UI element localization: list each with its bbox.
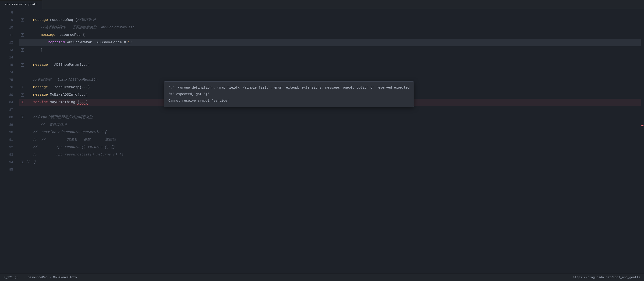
code-line-74 bbox=[19, 69, 644, 76]
fold-icon-15[interactable]: + bbox=[21, 63, 24, 67]
tab-label: ads_resource.proto bbox=[5, 3, 37, 6]
code-line-14 bbox=[19, 54, 644, 61]
breadcrumb-item-1: resourceReq bbox=[28, 276, 48, 279]
editor-container: ads_resource.proto 8 9 10 11 12 13 14 15… bbox=[0, 0, 644, 281]
gutter-9[interactable]: ▼ bbox=[19, 19, 26, 22]
kw-name-80: MoBikeADSInfo{...} bbox=[48, 91, 88, 99]
scroll-indicator[interactable] bbox=[641, 9, 644, 273]
active-tab[interactable]: ads_resource.proto bbox=[0, 0, 42, 9]
line-num-80: 80 bbox=[2, 91, 13, 99]
kw-semi-12: ; bbox=[130, 39, 132, 46]
kw-message-76: message bbox=[33, 84, 48, 91]
fold-icon-94[interactable]: ▲ bbox=[21, 161, 24, 164]
kw-comment-75: //返回类型 List<ADSShowResult> bbox=[33, 76, 98, 84]
line-num-13: 13 bbox=[2, 46, 13, 54]
line-num-11: 11 bbox=[2, 31, 13, 39]
line-num-9: 9 bbox=[2, 16, 13, 24]
kw-name-84a: saySomething bbox=[48, 99, 77, 106]
kw-name-9: resourceReq { bbox=[48, 16, 77, 24]
fold-icon-88[interactable]: ▼ bbox=[21, 116, 24, 119]
kw-name-11: resourceReq { bbox=[55, 31, 85, 39]
error-scroll-marker bbox=[641, 125, 644, 126]
kw-comment-88: //在rpc中调用已经定义好的消息类型 bbox=[33, 114, 93, 121]
tooltip-line-3: Cannot resolve symbol 'service' bbox=[168, 98, 410, 104]
code-line-8 bbox=[19, 9, 644, 16]
kw-service-84: service bbox=[33, 99, 48, 106]
kw-comment-9: //请求数据 bbox=[77, 16, 96, 24]
gutter-88[interactable]: ▼ bbox=[19, 116, 26, 119]
kw-message-80: message bbox=[33, 91, 48, 99]
status-bar-right: https://blog.csdn.net/cool_and_gentle bbox=[573, 276, 640, 279]
code-line-89: // 资源位查询 bbox=[19, 121, 644, 129]
fold-icon-76[interactable]: + bbox=[21, 86, 24, 89]
fold-icon-84[interactable]: + bbox=[21, 101, 24, 104]
status-bar: 0_221.j... › resourceReq › MoBikeADSInfo… bbox=[0, 273, 644, 281]
fold-icon-11[interactable]: ▼ bbox=[21, 34, 24, 37]
line-num-10: 10 bbox=[2, 24, 13, 31]
kw-comment-91: // // 方法名 参数 返回值 bbox=[33, 136, 116, 144]
code-line-13: ▲ } bbox=[19, 46, 644, 54]
breadcrumb-item-2: MoBikeADSInfo bbox=[53, 276, 76, 279]
code-line-15: + message ADSShowParam{...} bbox=[19, 61, 644, 69]
kw-comment-90: // service AdsResourceRpcService { bbox=[33, 129, 107, 136]
line-num-8: 8 bbox=[2, 9, 13, 16]
breadcrumb-sep-2: › bbox=[50, 276, 51, 279]
line-num-14: 14 bbox=[2, 54, 13, 61]
line-num-91: 91 bbox=[2, 136, 13, 144]
gutter-76[interactable]: + bbox=[19, 86, 26, 89]
line-num-15: 15 bbox=[2, 61, 13, 69]
line-num-87: 87 bbox=[2, 106, 13, 114]
code-line-88: ▼ //在rpc中调用已经定义好的消息类型 bbox=[19, 114, 644, 121]
code-line-90: // service AdsResourceRpcService { bbox=[19, 129, 644, 136]
code-content: ▼ message resourceReq { //请求数据 //请求的结构体 … bbox=[17, 9, 644, 273]
breadcrumb-sep-1: › bbox=[24, 276, 26, 279]
line-num-84: 84 bbox=[2, 99, 13, 106]
error-tooltip: ';', <group definition>, <map field>, <s… bbox=[164, 81, 414, 107]
code-line-12: repeated ADSShowParam ADSShowParam = 1 ; bbox=[19, 39, 644, 46]
line-numbers: 8 9 10 11 12 13 14 15 74 75 76 80 84 87 … bbox=[0, 9, 17, 273]
kw-name-84b: {...} bbox=[77, 99, 88, 106]
fold-icon-13[interactable]: ▲ bbox=[21, 48, 24, 52]
line-num-93: 93 bbox=[2, 151, 13, 158]
kw-comment-93: // rpc resourceList() returns () {} bbox=[33, 151, 124, 158]
kw-comment-10: //请求的结构体 需要的参数类型 ADSShowParamList bbox=[41, 24, 134, 31]
kw-comment-94: // } bbox=[26, 158, 36, 166]
line-num-76: 76 bbox=[2, 84, 13, 91]
kw-code-12: ADSShowParam ADSShowParam = bbox=[65, 39, 128, 46]
kw-comment-92: // rpc resource() returns () {} bbox=[33, 144, 115, 151]
gutter-15[interactable]: + bbox=[19, 63, 26, 67]
code-line-95 bbox=[19, 166, 644, 173]
gutter-13[interactable]: ▲ bbox=[19, 48, 26, 52]
kw-message-15: message bbox=[33, 61, 48, 69]
line-num-89: 89 bbox=[2, 121, 13, 129]
code-line-9: ▼ message resourceReq { //请求数据 bbox=[19, 16, 644, 24]
code-line-94: ▲ // } bbox=[19, 158, 644, 166]
kw-name-15: ADSShowParam{...} bbox=[48, 61, 90, 69]
tooltip-line-2: '=' expected, got '{' bbox=[168, 91, 410, 98]
line-num-92: 92 bbox=[2, 144, 13, 151]
file-label: 0_221.j... bbox=[4, 276, 22, 279]
csdn-url: https://blog.csdn.net/cool_and_gentle bbox=[573, 276, 640, 279]
code-line-87 bbox=[19, 106, 644, 114]
code-area: 8 9 10 11 12 13 14 15 74 75 76 80 84 87 … bbox=[0, 9, 644, 273]
kw-message-9: message bbox=[33, 16, 48, 24]
line-num-88: 88 bbox=[2, 114, 13, 121]
kw-number-12: 1 bbox=[128, 39, 130, 46]
kw-message-11: message bbox=[41, 31, 55, 39]
line-num-12: 12 bbox=[2, 39, 13, 46]
fold-icon-9[interactable]: ▼ bbox=[21, 19, 24, 22]
kw-repeated-12: repeated bbox=[48, 39, 65, 46]
gutter-11[interactable]: ▼ bbox=[19, 34, 26, 37]
fold-icon-80[interactable]: + bbox=[21, 93, 24, 97]
gutter-84[interactable]: + bbox=[19, 101, 26, 104]
gutter-80[interactable]: + bbox=[19, 93, 26, 97]
kw-comment-89: // 资源位查询 bbox=[41, 121, 66, 129]
kw-brace-13: } bbox=[41, 46, 43, 54]
gutter-94[interactable]: ▲ bbox=[19, 161, 26, 164]
tooltip-line-1: ';', <group definition>, <map field>, <s… bbox=[168, 84, 410, 91]
line-num-75: 75 bbox=[2, 76, 13, 84]
line-num-90: 90 bbox=[2, 129, 13, 136]
line-num-95: 95 bbox=[2, 166, 13, 173]
code-line-93: // rpc resourceList() returns () {} bbox=[19, 151, 644, 158]
line-num-94: 94 bbox=[2, 158, 13, 166]
